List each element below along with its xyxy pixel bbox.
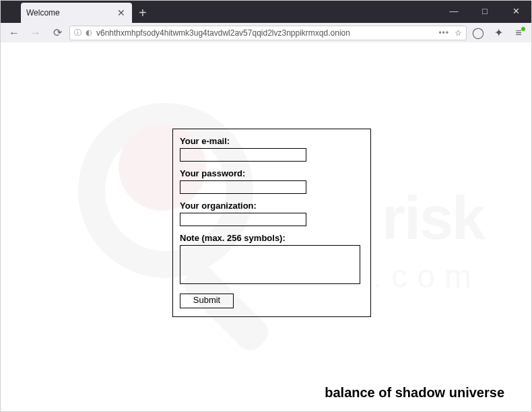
shield-icon[interactable]: ◯ xyxy=(469,26,487,40)
watermark-domain: .com xyxy=(373,258,481,295)
page-content: risk .com Your e-mail: Your password: Yo… xyxy=(1,42,531,412)
window-controls: — □ ✕ xyxy=(438,1,531,23)
footer-text: balance of shadow universe xyxy=(325,385,504,401)
login-form: Your e-mail: Your password: Your organiz… xyxy=(172,129,371,317)
reload-button[interactable]: ⟳ xyxy=(48,25,67,41)
new-tab-button[interactable]: + xyxy=(132,3,154,23)
address-bar: ← → ⟳ ⓘ ◐ v6nhthxmhpfsody4hitwmk3ug4tavd… xyxy=(1,23,531,42)
note-label: Note (max. 256 symbols): xyxy=(180,233,364,243)
forward-button[interactable]: → xyxy=(26,25,45,41)
page-actions-icon[interactable]: ••• xyxy=(438,28,449,38)
maximize-button[interactable]: □ xyxy=(469,1,500,21)
tab-welcome[interactable]: Welcome ✕ xyxy=(21,3,132,23)
close-window-button[interactable]: ✕ xyxy=(500,1,531,21)
security-icon[interactable]: ◐ xyxy=(86,28,92,37)
close-icon[interactable]: ✕ xyxy=(116,7,127,18)
info-icon[interactable]: ⓘ xyxy=(74,28,81,38)
email-label: Your e-mail: xyxy=(180,136,364,146)
back-button[interactable]: ← xyxy=(5,25,24,41)
url-text: v6nhthxmhpfsody4hitwmk3ug4tavdwl2av57qqi… xyxy=(96,28,434,38)
bookmark-icon[interactable]: ☆ xyxy=(455,28,462,38)
submit-button[interactable]: Submit xyxy=(180,294,234,308)
wand-icon[interactable]: ✦ xyxy=(490,26,507,40)
password-field[interactable] xyxy=(180,180,306,194)
email-field[interactable] xyxy=(180,148,306,162)
browser-chrome: Welcome ✕ + — □ ✕ ← → ⟳ ⓘ ◐ v6nhthxmhpfs… xyxy=(1,1,531,42)
tab-title: Welcome xyxy=(26,8,60,18)
tab-bar: Welcome ✕ + — □ ✕ xyxy=(1,1,531,23)
organization-field[interactable] xyxy=(180,213,306,226)
note-field[interactable] xyxy=(180,245,360,284)
url-field[interactable]: ⓘ ◐ v6nhthxmhpfsody4hitwmk3ug4tavdwl2av5… xyxy=(69,26,467,40)
organization-label: Your organization: xyxy=(180,201,364,211)
watermark-brand: risk xyxy=(382,184,484,253)
minimize-button[interactable]: — xyxy=(438,1,469,21)
password-label: Your password: xyxy=(180,168,364,178)
menu-icon[interactable]: ≡ xyxy=(510,26,527,40)
